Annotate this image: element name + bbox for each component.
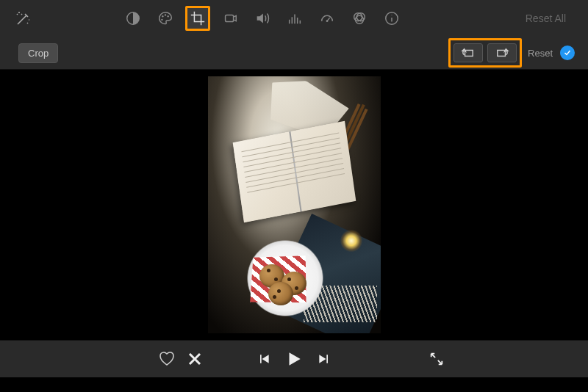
svg-point-9 (356, 15, 364, 23)
color-palette-button[interactable] (153, 6, 178, 31)
svg-rect-12 (498, 50, 506, 56)
bottom-strip (0, 377, 588, 392)
top-toolbar: Reset All (0, 0, 588, 37)
color-filter-button[interactable] (347, 6, 372, 31)
video-preview[interactable] (0, 69, 588, 341)
svg-rect-11 (465, 50, 473, 56)
rotate-ccw-button[interactable] (453, 43, 483, 62)
crop-mode-button[interactable]: Crop (18, 43, 58, 63)
tool-icon-row (121, 6, 404, 31)
rotate-buttons-highlight (448, 38, 522, 68)
stabilization-button[interactable] (218, 6, 243, 31)
fullscreen-button[interactable] (429, 351, 445, 367)
magic-wand-button[interactable] (15, 10, 32, 27)
favorite-button[interactable] (158, 350, 176, 368)
reset-all-button[interactable]: Reset All (526, 12, 566, 24)
next-button[interactable] (317, 352, 331, 366)
equalizer-button[interactable] (282, 6, 307, 31)
previous-button[interactable] (257, 352, 271, 366)
rotate-cw-button[interactable] (487, 43, 517, 62)
svg-point-6 (326, 20, 329, 22)
svg-point-1 (162, 15, 163, 17)
svg-point-3 (167, 15, 168, 17)
svg-point-2 (165, 14, 166, 15)
video-frame (208, 76, 381, 333)
info-button[interactable] (379, 6, 404, 31)
svg-point-4 (161, 19, 162, 21)
speed-button[interactable] (315, 6, 340, 31)
svg-rect-5 (226, 15, 234, 21)
apply-button[interactable] (560, 46, 575, 60)
play-button[interactable] (284, 349, 304, 369)
crop-tool-button[interactable] (185, 6, 210, 31)
color-balance-button[interactable] (121, 6, 146, 31)
playback-bar (0, 341, 588, 377)
reject-button[interactable] (186, 350, 204, 368)
volume-button[interactable] (250, 6, 275, 31)
reset-button[interactable]: Reset (528, 48, 553, 59)
rotate-controls: Reset (448, 38, 553, 68)
crop-subbar: Crop Reset (0, 37, 588, 69)
